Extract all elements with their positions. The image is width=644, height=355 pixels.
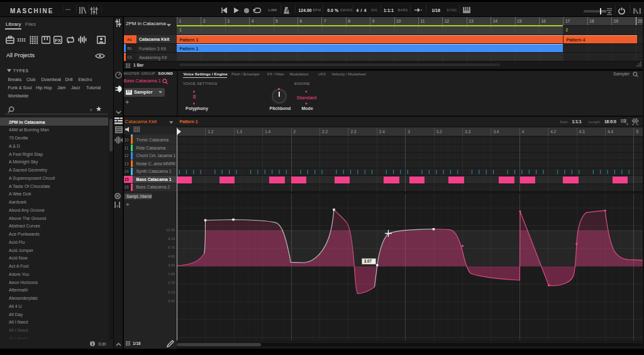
svg-text:FX: FX (55, 38, 62, 43)
